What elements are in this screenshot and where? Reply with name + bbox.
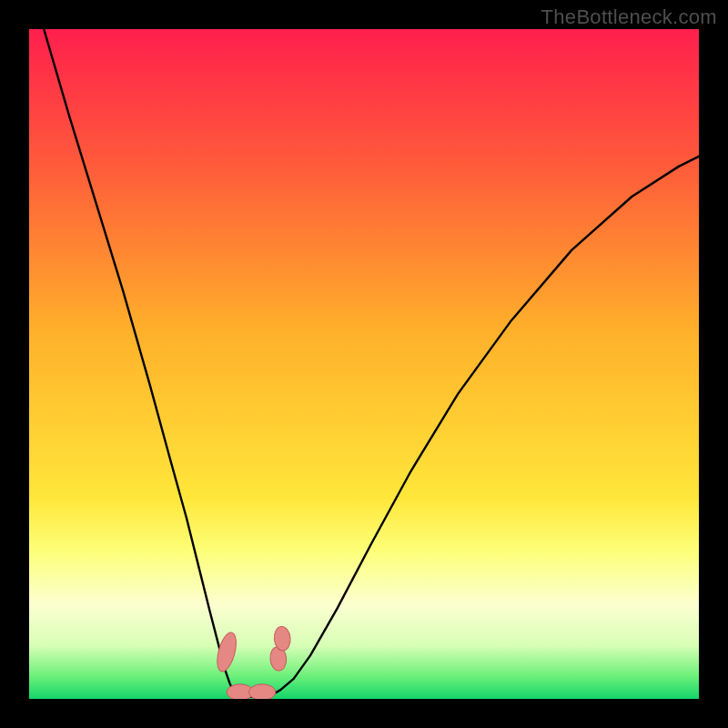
chart-frame: TheBottleneck.com (0, 0, 728, 728)
gradient-background (29, 29, 699, 699)
watermark-text: TheBottleneck.com (541, 5, 717, 29)
plot-area (29, 29, 699, 699)
marker-blob (248, 684, 275, 699)
chart-svg (29, 29, 699, 699)
